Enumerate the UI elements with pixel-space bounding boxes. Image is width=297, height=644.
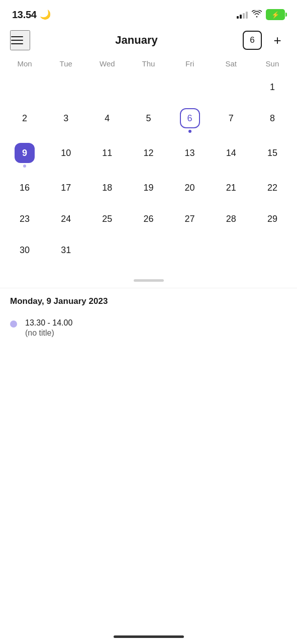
menu-button[interactable]	[10, 30, 30, 50]
cal-cell-1[interactable]: 1	[252, 73, 293, 104]
event-dot-6	[188, 130, 191, 133]
signal-icon	[237, 11, 248, 19]
cal-day-31: 31	[56, 240, 76, 260]
cal-day-22: 22	[262, 178, 282, 198]
cal-day-19: 19	[138, 178, 158, 198]
cal-cell-21[interactable]: 21	[211, 174, 252, 205]
cal-cell-empty	[211, 236, 252, 267]
cal-cell-15[interactable]: 15	[252, 139, 293, 174]
drag-handle[interactable]	[0, 275, 297, 288]
cal-cell-28[interactable]: 28	[211, 205, 252, 236]
cal-cell-25[interactable]: 25	[86, 205, 128, 236]
event-time: 13.30 - 14.00	[25, 318, 72, 328]
day-header-thu: Thu	[128, 56, 169, 71]
event-details: 13.30 - 14.00 (no title)	[25, 318, 72, 338]
cal-cell-empty	[86, 73, 128, 104]
cal-day-17: 17	[56, 178, 76, 198]
cal-day-8: 8	[262, 108, 282, 128]
battery-bolt: ⚡	[271, 12, 279, 18]
cal-cell-10[interactable]: 10	[45, 139, 86, 174]
app-header: January 6 +	[0, 26, 297, 56]
cal-cell-29[interactable]: 29	[252, 205, 293, 236]
cal-day-26: 26	[138, 209, 158, 229]
cal-cell-11[interactable]: 11	[86, 139, 128, 174]
cal-cell-2[interactable]: 2	[4, 104, 45, 139]
cal-day-27: 27	[180, 209, 200, 229]
cal-cell-24[interactable]: 24	[45, 205, 86, 236]
status-time: 13.54 🌙	[12, 9, 50, 21]
cal-day-4: 4	[97, 108, 117, 128]
cal-day-28: 28	[221, 209, 241, 229]
cal-cell-empty	[4, 73, 45, 104]
cal-day-21: 21	[221, 178, 241, 198]
cal-cell-empty	[45, 73, 86, 104]
moon-icon: 🌙	[40, 9, 51, 20]
cal-cell-13[interactable]: 13	[169, 139, 211, 174]
cal-cell-empty	[169, 236, 211, 267]
cal-cell-31[interactable]: 31	[45, 236, 86, 267]
cal-cell-12[interactable]: 12	[128, 139, 169, 174]
battery-icon: ⚡	[266, 9, 285, 20]
cal-cell-7[interactable]: 7	[211, 104, 252, 139]
cal-day-25: 25	[97, 209, 117, 229]
cal-cell-30[interactable]: 30	[4, 236, 45, 267]
cal-cell-23[interactable]: 23	[4, 205, 45, 236]
calendar-section: Mon Tue Wed Thu Fri Sat Sun 1 2 3 4 5	[0, 56, 297, 275]
events-list: 13.30 - 14.00 (no title)	[0, 314, 297, 342]
cal-cell-empty	[211, 73, 252, 104]
home-indicator	[114, 635, 184, 638]
cal-cell-6[interactable]: 6	[169, 104, 211, 139]
event-item[interactable]: 13.30 - 14.00 (no title)	[10, 314, 287, 342]
drag-handle-bar	[134, 279, 164, 282]
cal-day-18: 18	[97, 178, 117, 198]
cal-cell-empty	[128, 236, 169, 267]
cal-cell-8[interactable]: 8	[252, 104, 293, 139]
header-actions: 6 +	[243, 31, 287, 50]
cal-cell-3[interactable]: 3	[45, 104, 86, 139]
cal-day-23: 23	[15, 209, 35, 229]
cal-cell-17[interactable]: 17	[45, 174, 86, 205]
cal-day-5: 5	[138, 108, 158, 128]
cal-cell-empty	[86, 236, 128, 267]
day-header-mon: Mon	[4, 56, 45, 71]
cal-day-30: 30	[15, 240, 35, 260]
calendar-grid: 1 2 3 4 5 6 7 8 9 10	[4, 73, 293, 267]
cal-day-15: 15	[262, 143, 282, 163]
cal-day-6: 6	[180, 108, 200, 128]
cal-cell-4[interactable]: 4	[86, 104, 128, 139]
cal-cell-27[interactable]: 27	[169, 205, 211, 236]
cal-cell-empty	[128, 73, 169, 104]
status-icons: ⚡	[237, 9, 285, 20]
day-header-sun: Sun	[252, 56, 293, 71]
cal-cell-9[interactable]: 9	[4, 139, 45, 174]
cal-cell-14[interactable]: 14	[211, 139, 252, 174]
day-badge[interactable]: 6	[243, 31, 262, 50]
cal-cell-22[interactable]: 22	[252, 174, 293, 205]
cal-cell-empty	[169, 73, 211, 104]
day-header-fri: Fri	[169, 56, 211, 71]
cal-cell-16[interactable]: 16	[4, 174, 45, 205]
cal-day-11: 11	[97, 143, 117, 163]
cal-day-3: 3	[56, 108, 76, 128]
day-header-wed: Wed	[86, 56, 128, 71]
selected-date-section: Monday, 9 January 2023	[0, 288, 297, 306]
calendar-title: January	[115, 34, 157, 47]
cal-day-14: 14	[221, 143, 241, 163]
cal-cell-5[interactable]: 5	[128, 104, 169, 139]
selected-date-label: Monday, 9 January 2023	[10, 296, 287, 306]
event-dot-9	[23, 165, 26, 168]
cal-cell-18[interactable]: 18	[86, 174, 128, 205]
time-display: 13.54	[12, 9, 37, 21]
day-headers: Mon Tue Wed Thu Fri Sat Sun	[4, 56, 293, 71]
day-header-tue: Tue	[45, 56, 86, 71]
add-event-button[interactable]: +	[268, 31, 287, 50]
cal-cell-19[interactable]: 19	[128, 174, 169, 205]
cal-cell-empty	[252, 236, 293, 267]
status-bar: 13.54 🌙 ⚡	[0, 0, 297, 26]
wifi-icon	[252, 10, 262, 20]
cal-day-13: 13	[180, 143, 200, 163]
event-color-dot	[10, 320, 17, 328]
cal-day-10: 10	[56, 143, 76, 163]
cal-cell-26[interactable]: 26	[128, 205, 169, 236]
cal-cell-20[interactable]: 20	[169, 174, 211, 205]
